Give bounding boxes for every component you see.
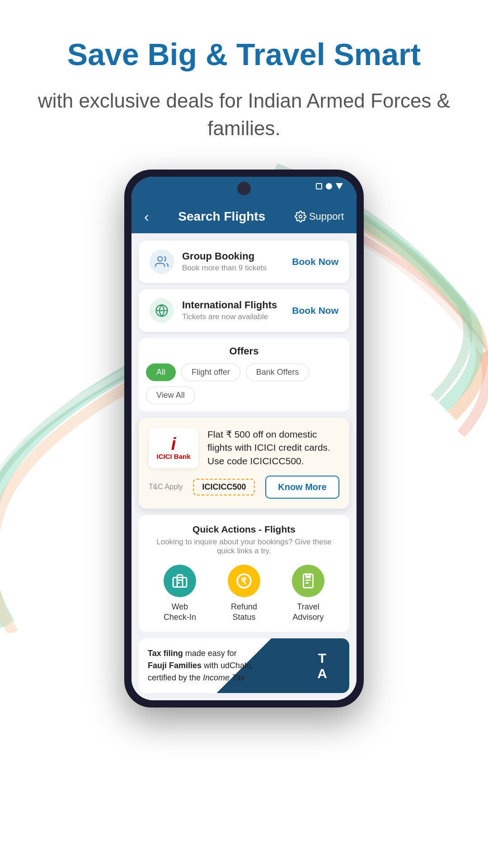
ta-badge-t: T bbox=[318, 651, 326, 666]
tab-all[interactable]: All bbox=[146, 363, 176, 381]
international-book-now[interactable]: Book Now bbox=[292, 305, 338, 316]
phone-notch bbox=[237, 182, 251, 195]
ta-badge-a: A bbox=[317, 666, 327, 681]
group-booking-subtitle: Book more than 9 tickets bbox=[182, 264, 267, 273]
support-label: Support bbox=[309, 211, 344, 222]
ticket-icon bbox=[172, 573, 188, 589]
svg-point-1 bbox=[158, 257, 162, 261]
clipboard-icon bbox=[300, 573, 316, 589]
tab-flight-offer[interactable]: Flight offer bbox=[181, 363, 240, 381]
status-signal-icon bbox=[336, 183, 343, 189]
app-content: Group Booking Book more than 9 tickets B… bbox=[131, 233, 357, 700]
status-circle-icon bbox=[326, 183, 332, 189]
gear-icon bbox=[295, 211, 306, 222]
icici-logo-box: i ICICI Bank bbox=[149, 428, 198, 468]
offers-title: Offers bbox=[146, 345, 342, 357]
quick-actions-subtitle: Looking to inquire about your bookings? … bbox=[148, 538, 340, 556]
svg-point-0 bbox=[299, 215, 302, 218]
international-title: International Flights bbox=[182, 299, 277, 311]
header-title: Search Flights bbox=[178, 209, 265, 224]
phone-mockup: ‹ Search Flights Support bbox=[124, 170, 364, 708]
status-icons bbox=[316, 183, 343, 189]
hero-section: Save Big & Travel Smart with exclusive d… bbox=[0, 0, 488, 160]
icici-logo: i ICICI Bank bbox=[156, 435, 190, 461]
group-booking-card: Group Booking Book more than 9 tickets B… bbox=[139, 241, 349, 283]
svg-text:₹: ₹ bbox=[241, 576, 247, 586]
travel-advisory-label: TravelAdvisory bbox=[292, 602, 324, 623]
group-booking-text: Group Booking Book more than 9 tickets bbox=[182, 250, 267, 273]
phone-screen: ‹ Search Flights Support bbox=[131, 177, 357, 700]
icici-offer-card: i ICICI Bank Flat ₹ 500 off on domestic … bbox=[139, 418, 349, 509]
know-more-button[interactable]: Know More bbox=[265, 476, 339, 499]
group-booking-book-now[interactable]: Book Now bbox=[292, 256, 338, 267]
icici-top: i ICICI Bank Flat ₹ 500 off on domestic … bbox=[149, 428, 339, 468]
refund-icon: ₹ bbox=[228, 565, 260, 597]
offers-tabs: All Flight offer Bank Offers View All bbox=[146, 363, 342, 404]
status-square-icon bbox=[316, 183, 322, 189]
tab-view-all[interactable]: View All bbox=[146, 387, 195, 404]
group-booking-icon bbox=[150, 250, 174, 274]
people-icon bbox=[155, 255, 169, 269]
icici-code: ICICICC500 bbox=[193, 479, 255, 495]
quick-actions-row: WebCheck-In ₹ RefundStatus bbox=[148, 565, 340, 623]
card-left-intl: International Flights Tickets are now av… bbox=[150, 298, 277, 323]
icici-description: Flat ₹ 500 off on domestic flights with … bbox=[207, 428, 339, 468]
web-checkin-item[interactable]: WebCheck-In bbox=[153, 565, 207, 623]
travel-advisory-icon bbox=[292, 565, 324, 597]
tab-bank-offers[interactable]: Bank Offers bbox=[246, 363, 310, 381]
quick-actions-section: Quick Actions - Flights Looking to inqui… bbox=[139, 515, 349, 632]
international-subtitle: Tickets are now available bbox=[182, 312, 277, 321]
group-booking-title: Group Booking bbox=[182, 250, 267, 262]
web-checkin-icon bbox=[164, 565, 196, 597]
hero-title: Save Big & Travel Smart bbox=[36, 36, 452, 73]
phone-notch-bar bbox=[131, 177, 357, 200]
app-header: ‹ Search Flights Support bbox=[131, 200, 357, 233]
offers-section: Offers All Flight offer Bank Offers View… bbox=[139, 338, 349, 411]
icici-tc: T&C Apply bbox=[149, 483, 183, 491]
phone-container: ‹ Search Flights Support bbox=[0, 170, 488, 708]
quick-actions-title: Quick Actions - Flights bbox=[148, 524, 340, 535]
hero-subtitle: with exclusive deals for Indian Armed Fo… bbox=[36, 87, 452, 142]
card-left: Group Booking Book more than 9 tickets bbox=[150, 250, 267, 274]
ta-badge: T A bbox=[304, 648, 340, 684]
web-checkin-label: WebCheck-In bbox=[164, 602, 196, 623]
international-icon bbox=[150, 298, 174, 323]
travel-advisory-item[interactable]: TravelAdvisory bbox=[281, 565, 335, 623]
globe-icon bbox=[155, 304, 169, 317]
tax-filing-banner[interactable]: Tax filing made easy for Fauji Families … bbox=[139, 638, 349, 693]
refund-status-label: RefundStatus bbox=[231, 602, 257, 623]
refund-status-item[interactable]: ₹ RefundStatus bbox=[217, 565, 271, 623]
international-flights-card: International Flights Tickets are now av… bbox=[139, 289, 349, 332]
icici-bottom: T&C Apply ICICICC500 Know More bbox=[149, 476, 339, 499]
rupee-icon: ₹ bbox=[236, 573, 252, 589]
international-text: International Flights Tickets are now av… bbox=[182, 299, 277, 321]
back-button[interactable]: ‹ bbox=[144, 208, 149, 225]
support-button[interactable]: Support bbox=[295, 211, 344, 222]
tax-filing-text: Tax filing made easy for Fauji Families … bbox=[148, 647, 256, 684]
